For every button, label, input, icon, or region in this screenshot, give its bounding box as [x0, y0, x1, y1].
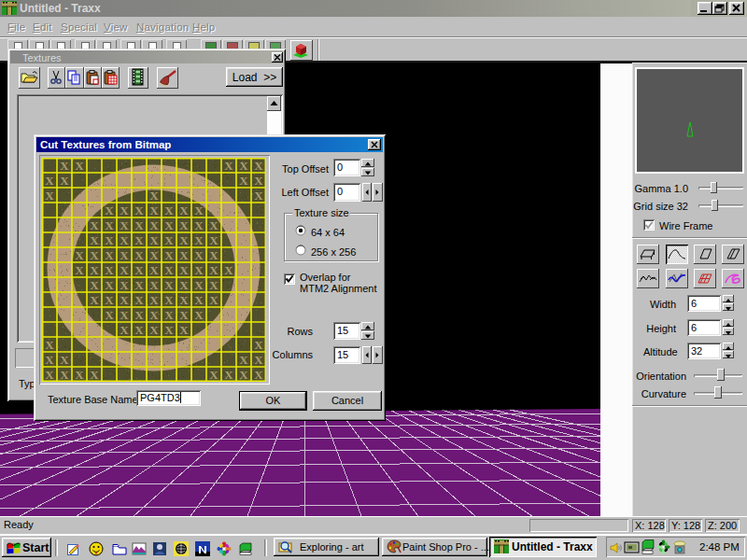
svg-text:X: X	[149, 308, 159, 322]
svg-text:X: X	[105, 248, 114, 262]
svg-text:X: X	[120, 293, 129, 307]
svg-text:X: X	[194, 233, 204, 247]
svg-text:X: X	[45, 174, 54, 188]
svg-text:X: X	[224, 368, 233, 382]
svg-text:X: X	[120, 323, 129, 337]
svg-text:X: X	[179, 248, 189, 262]
svg-text:X: X	[209, 293, 218, 307]
svg-text:X: X	[149, 323, 159, 337]
svg-text:X: X	[164, 308, 174, 322]
svg-text:X: X	[60, 368, 69, 382]
svg-text:X: X	[120, 308, 129, 322]
svg-text:X: X	[45, 338, 54, 352]
svg-text:X: X	[194, 278, 204, 292]
svg-text:X: X	[60, 159, 69, 173]
svg-text:X: X	[239, 159, 248, 173]
svg-text:X: X	[134, 263, 144, 277]
svg-text:X: X	[164, 323, 174, 337]
svg-text:X: X	[194, 218, 204, 232]
svg-text:X: X	[179, 293, 189, 307]
svg-text:X: X	[105, 278, 114, 292]
svg-text:X: X	[164, 233, 174, 247]
svg-text:X: X	[239, 174, 248, 188]
svg-text:X: X	[149, 233, 159, 247]
svg-text:X: X	[120, 263, 129, 277]
svg-text:X: X	[239, 368, 248, 382]
svg-text:X: X	[60, 353, 69, 367]
svg-text:X: X	[120, 203, 129, 217]
svg-text:X: X	[239, 353, 248, 367]
svg-text:X: X	[164, 263, 174, 277]
svg-text:X: X	[179, 323, 189, 337]
svg-text:X: X	[105, 233, 114, 247]
svg-text:X: X	[194, 308, 204, 322]
svg-text:X: X	[90, 248, 99, 262]
svg-text:X: X	[149, 278, 159, 292]
svg-text:X: X	[164, 218, 174, 232]
svg-text:X: X	[45, 353, 54, 367]
svg-text:X: X	[45, 189, 54, 203]
svg-text:X: X	[254, 353, 263, 367]
svg-text:X: X	[134, 248, 144, 262]
svg-text:X: X	[179, 203, 189, 217]
svg-text:X: X	[254, 174, 263, 188]
svg-text:X: X	[105, 203, 114, 217]
svg-text:X: X	[134, 293, 144, 307]
svg-text:X: X	[254, 338, 263, 352]
svg-text:X: X	[120, 233, 129, 247]
svg-text:X: X	[105, 293, 114, 307]
svg-text:X: X	[254, 189, 263, 203]
svg-text:X: X	[194, 203, 204, 217]
svg-text:X: X	[194, 248, 204, 262]
svg-text:X: X	[105, 308, 114, 322]
svg-text:X: X	[134, 278, 144, 292]
svg-text:X: X	[149, 189, 159, 203]
svg-text:X: X	[209, 368, 218, 382]
svg-text:X: X	[134, 218, 144, 232]
svg-text:X: X	[224, 263, 233, 277]
svg-text:X: X	[254, 159, 263, 173]
svg-text:X: X	[134, 323, 144, 337]
svg-text:X: X	[75, 263, 84, 277]
svg-text:X: X	[60, 174, 69, 188]
svg-text:X: X	[209, 263, 218, 277]
svg-text:X: X	[179, 233, 189, 247]
svg-text:X: X	[179, 278, 189, 292]
svg-text:X: X	[179, 263, 189, 277]
svg-text:X: X	[75, 159, 84, 173]
svg-text:X: X	[134, 233, 144, 247]
svg-text:X: X	[90, 233, 99, 247]
svg-text:X: X	[120, 278, 129, 292]
svg-text:X: X	[209, 248, 218, 262]
svg-text:X: X	[194, 293, 204, 307]
svg-text:X: X	[90, 368, 99, 382]
svg-text:X: X	[120, 218, 129, 232]
svg-text:X: X	[134, 203, 144, 217]
svg-text:X: X	[75, 368, 84, 382]
svg-text:X: X	[224, 159, 233, 173]
svg-text:X: X	[179, 218, 189, 232]
svg-text:X: X	[254, 368, 263, 382]
svg-text:X: X	[105, 218, 114, 232]
svg-text:X: X	[105, 263, 114, 277]
svg-text:X: X	[164, 293, 174, 307]
svg-text:X: X	[164, 203, 174, 217]
svg-text:X: X	[149, 248, 159, 262]
svg-text:X: X	[194, 263, 204, 277]
svg-text:X: X	[164, 278, 174, 292]
svg-text:X: X	[134, 308, 144, 322]
svg-text:X: X	[164, 248, 174, 262]
svg-text:X: X	[90, 278, 99, 292]
svg-text:X: X	[149, 218, 159, 232]
svg-text:X: X	[179, 308, 189, 322]
svg-text:X: X	[90, 263, 99, 277]
svg-text:X: X	[149, 293, 159, 307]
svg-text:X: X	[90, 218, 99, 232]
svg-text:X: X	[209, 278, 218, 292]
svg-text:X: X	[90, 293, 99, 307]
svg-text:X: X	[75, 248, 84, 262]
svg-text:X: X	[209, 218, 218, 232]
svg-text:X: X	[45, 368, 54, 382]
svg-text:X: X	[149, 203, 159, 217]
svg-text:X: X	[209, 233, 218, 247]
